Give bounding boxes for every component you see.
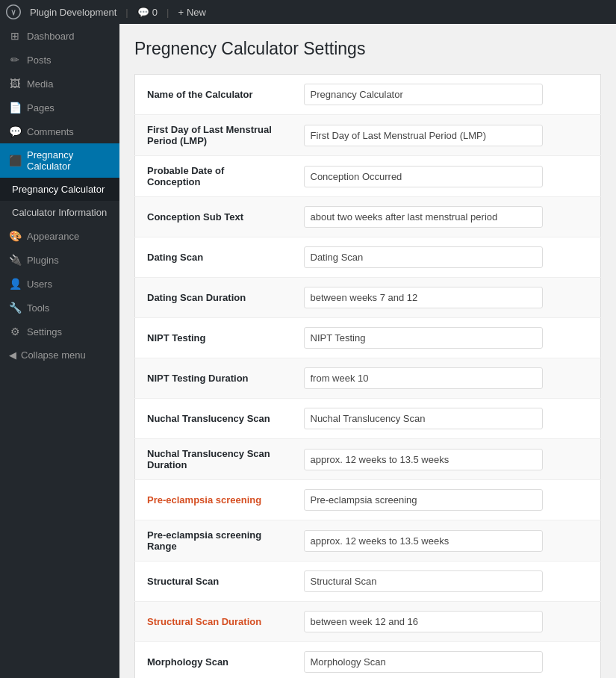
field-label: Dating Scan Duration: [135, 278, 292, 318]
field-label: NIPT Testing: [135, 318, 292, 358]
field-label: Structural Scan: [135, 562, 292, 602]
field-input[interactable]: [304, 651, 543, 673]
table-row: Pre-eclampsia screening: [135, 480, 601, 520]
table-row: Structural Scan: [135, 562, 601, 602]
field-label: Dating Scan: [135, 237, 292, 278]
comments-icon: 💬: [9, 125, 21, 137]
table-row: Structural Scan Duration: [135, 602, 601, 642]
sidebar-item-pregnancy-calculator[interactable]: ⬛ Pregnancy Calculator: [0, 143, 119, 178]
sidebar-item-posts[interactable]: ✏ Posts: [0, 48, 119, 72]
field-input-cell: [292, 602, 601, 642]
site-name[interactable]: Plugin Development: [30, 7, 116, 18]
field-input-cell: [292, 439, 601, 480]
field-input-cell: [292, 318, 601, 358]
field-input[interactable]: [304, 84, 543, 105]
sidebar-item-pregnancy-calculator-main[interactable]: Pregnancy Calculator: [0, 178, 119, 201]
pages-icon: 📄: [9, 102, 21, 113]
sidebar-item-comments[interactable]: 💬 Comments: [0, 119, 119, 143]
field-input[interactable]: [304, 125, 543, 146]
dashboard-icon: ⊞: [9, 30, 21, 42]
sidebar-item-calculator-information[interactable]: Calculator Information: [0, 201, 119, 224]
sidebar-item-appearance[interactable]: 🎨 Appearance: [0, 224, 119, 248]
field-label: Nuchal Translucency Scan: [135, 399, 292, 439]
settings-icon: ⚙: [9, 326, 21, 338]
field-label: Pre-eclampsia screening Range: [135, 520, 292, 562]
field-input-cell: [292, 237, 601, 278]
field-input-cell: [292, 358, 601, 399]
table-row: Morphology Scan: [135, 642, 601, 679]
sidebar-item-pages[interactable]: 📄 Pages: [0, 96, 119, 119]
main-content: Pregnency Calculator Settings Name of th…: [119, 24, 616, 678]
sidebar-item-dashboard[interactable]: ⊞ Dashboard: [0, 24, 119, 48]
field-input-cell: [292, 75, 601, 115]
sidebar: ⊞ Dashboard ✏ Posts 🖼 Media 📄 Pages 💬 Co…: [0, 24, 119, 678]
field-input-cell: [292, 562, 601, 602]
field-label: Morphology Scan: [135, 642, 292, 679]
settings-form-table: Name of the CalculatorFirst Day of Last …: [134, 74, 601, 678]
field-label: Pre-eclampsia screening: [135, 480, 292, 520]
field-input-cell: [292, 642, 601, 679]
table-row: Nuchal Translucency Scan: [135, 399, 601, 439]
field-input[interactable]: [304, 367, 543, 389]
field-input-cell: [292, 520, 601, 562]
admin-bar: Plugin Development | 💬 0 | + New: [0, 0, 616, 24]
field-input[interactable]: [304, 530, 543, 552]
sidebar-item-settings[interactable]: ⚙ Settings: [0, 320, 119, 343]
page-title: Pregnency Calculator Settings: [134, 39, 601, 59]
table-row: NIPT Testing: [135, 318, 601, 358]
field-input[interactable]: [304, 166, 543, 187]
plugins-icon: 🔌: [9, 254, 21, 266]
table-row: Dating Scan Duration: [135, 278, 601, 318]
table-row: NIPT Testing Duration: [135, 358, 601, 399]
sidebar-item-users[interactable]: 👤 Users: [0, 272, 119, 296]
new-item-button[interactable]: + New: [178, 7, 206, 18]
collapse-menu[interactable]: ◀ Collapse menu: [0, 343, 119, 367]
field-input[interactable]: [304, 611, 543, 632]
field-label: NIPT Testing Duration: [135, 358, 292, 399]
field-input-cell: [292, 278, 601, 318]
field-label: Probable Date of Conception: [135, 156, 292, 197]
table-row: First Day of Last Menstrual Period (LMP): [135, 115, 601, 156]
field-label: Structural Scan Duration: [135, 602, 292, 642]
sidebar-submenu: Pregnancy Calculator Calculator Informat…: [0, 178, 119, 224]
users-icon: 👤: [9, 278, 21, 290]
field-label: First Day of Last Menstrual Period (LMP): [135, 115, 292, 156]
field-input-cell: [292, 156, 601, 197]
field-input[interactable]: [304, 206, 543, 228]
sidebar-item-plugins[interactable]: 🔌 Plugins: [0, 248, 119, 272]
appearance-icon: 🎨: [9, 230, 21, 242]
field-input-cell: [292, 480, 601, 520]
field-input[interactable]: [304, 327, 543, 349]
field-input-cell: [292, 115, 601, 156]
field-label: Nuchal Translucency Scan Duration: [135, 439, 292, 480]
table-row: Pre-eclampsia screening Range: [135, 520, 601, 562]
table-row: Name of the Calculator: [135, 75, 601, 115]
field-input[interactable]: [304, 570, 543, 592]
field-label: Conception Sub Text: [135, 197, 292, 237]
pregnancy-calculator-icon: ⬛: [9, 155, 21, 167]
table-row: Conception Sub Text: [135, 197, 601, 237]
field-label: Name of the Calculator: [135, 75, 292, 115]
sidebar-item-media[interactable]: 🖼 Media: [0, 72, 119, 96]
collapse-icon: ◀: [9, 349, 16, 361]
posts-icon: ✏: [9, 54, 21, 66]
table-row: Probable Date of Conception: [135, 156, 601, 197]
wp-logo-icon: [6, 4, 21, 19]
comments-count[interactable]: 💬 0: [137, 7, 158, 18]
field-input-cell: [292, 399, 601, 439]
table-row: Dating Scan: [135, 237, 601, 278]
field-input[interactable]: [304, 287, 543, 308]
tools-icon: 🔧: [9, 302, 21, 314]
media-icon: 🖼: [9, 78, 21, 90]
field-input[interactable]: [304, 246, 543, 268]
field-input[interactable]: [304, 489, 543, 511]
field-input[interactable]: [304, 408, 543, 429]
sidebar-item-tools[interactable]: 🔧 Tools: [0, 296, 119, 320]
field-input-cell: [292, 197, 601, 237]
table-row: Nuchal Translucency Scan Duration: [135, 439, 601, 480]
field-input[interactable]: [304, 449, 543, 470]
